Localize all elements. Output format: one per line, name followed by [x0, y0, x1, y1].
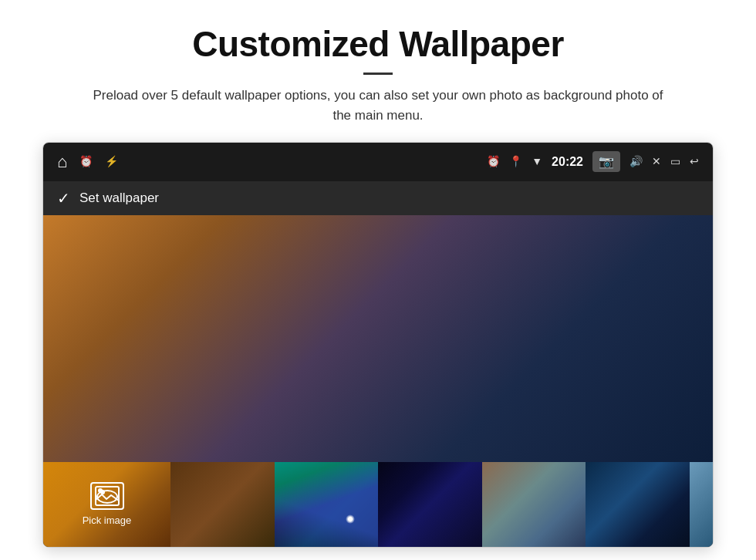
pick-image-icon — [90, 482, 124, 510]
svg-rect-0 — [96, 487, 119, 505]
svg-point-1 — [100, 490, 105, 494]
pick-image-label: Pick image — [83, 514, 132, 526]
thumbnail-strip: Pick image — [43, 462, 713, 547]
wallpaper-main-preview — [43, 215, 713, 462]
thumbnail-1[interactable] — [170, 462, 275, 547]
thumbnail-4[interactable] — [482, 462, 586, 547]
status-bar: ⌂ ⏰ ⚡ ⏰ 📍 ▼ 20:22 📷 🔊 ✕ ▭ ↩ — [43, 143, 713, 181]
wifi-icon: ▼ — [532, 156, 542, 168]
status-left: ⌂ ⏰ ⚡ — [57, 152, 118, 172]
set-wallpaper-bar: ✓ Set wallpaper — [43, 181, 713, 215]
close-icon[interactable]: ✕ — [652, 155, 661, 168]
thumbnail-2[interactable] — [275, 462, 379, 547]
thumbnail-partial — [690, 462, 713, 547]
camera-icon[interactable]: 📷 — [592, 151, 620, 172]
location-icon: 📍 — [509, 155, 522, 168]
window-icon[interactable]: ▭ — [670, 155, 680, 168]
status-right: ⏰ 📍 ▼ 20:22 📷 🔊 ✕ ▭ ↩ — [487, 151, 699, 172]
usb-icon: ⚡ — [105, 155, 118, 168]
thumbnail-3[interactable] — [378, 462, 482, 547]
back-icon[interactable]: ↩ — [690, 155, 699, 168]
title-divider — [363, 73, 393, 75]
subtitle: Preload over 5 default wallpaper options… — [85, 86, 671, 127]
alarm-icon-right: ⏰ — [487, 155, 500, 168]
set-wallpaper-label: Set wallpaper — [79, 191, 159, 206]
time-display: 20:22 — [552, 155, 583, 169]
page-title: Customized Wallpaper — [192, 23, 564, 65]
volume-icon[interactable]: 🔊 — [629, 155, 643, 168]
checkmark-icon[interactable]: ✓ — [57, 189, 70, 207]
thumbnail-5[interactable] — [586, 462, 690, 547]
alarm-icon-left: ⏰ — [79, 155, 93, 168]
page-wrapper: Customized Wallpaper Preload over 5 defa… — [0, 0, 756, 560]
pick-image-thumb[interactable]: Pick image — [43, 462, 170, 547]
home-icon[interactable]: ⌂ — [57, 152, 67, 172]
aurora-effect — [275, 462, 379, 547]
device-frame: ⌂ ⏰ ⚡ ⏰ 📍 ▼ 20:22 📷 🔊 ✕ ▭ ↩ ✓ Set wallpa… — [42, 142, 714, 548]
